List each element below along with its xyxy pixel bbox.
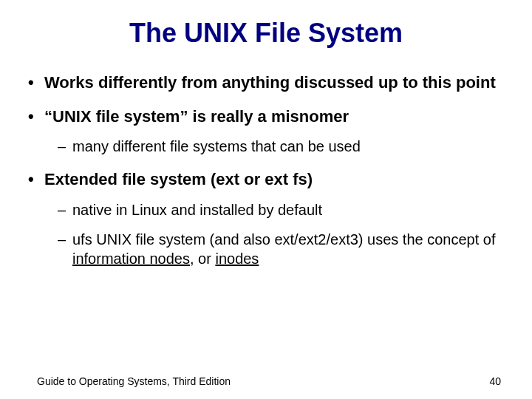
underlined-term: inodes [215, 250, 259, 267]
bullet-item: Works differently from anything discusse… [28, 72, 510, 93]
bullet-text: “UNIX file system” is really a misnomer [44, 107, 349, 126]
bullet-text: Extended file system (ext or ext fs) [44, 170, 313, 188]
slide-title: The UNIX File System [22, 18, 510, 49]
bullet-list: Works differently from anything discusse… [22, 72, 510, 268]
slide-footer: Guide to Operating Systems, Third Editio… [0, 375, 532, 387]
sub-bullet-list: native in Linux and installed by default… [44, 200, 510, 268]
sub-bullet-text: , or [190, 250, 215, 267]
underlined-term: information nodes [72, 250, 190, 267]
page-number: 40 [489, 375, 501, 387]
sub-bullet-item: ufs UNIX file system (and also ext/ext2/… [58, 230, 510, 268]
sub-bullet-list: many different file systems that can be … [44, 137, 510, 156]
sub-bullet-item: many different file systems that can be … [58, 137, 510, 156]
sub-bullet-text: ufs UNIX file system (and also ext/ext2/… [72, 231, 496, 248]
bullet-item: “UNIX file system” is really a misnomer … [28, 106, 510, 157]
sub-bullet-item: native in Linux and installed by default [58, 200, 510, 219]
bullet-item: Extended file system (ext or ext fs) nat… [28, 169, 510, 268]
footer-source: Guide to Operating Systems, Third Editio… [37, 375, 231, 387]
